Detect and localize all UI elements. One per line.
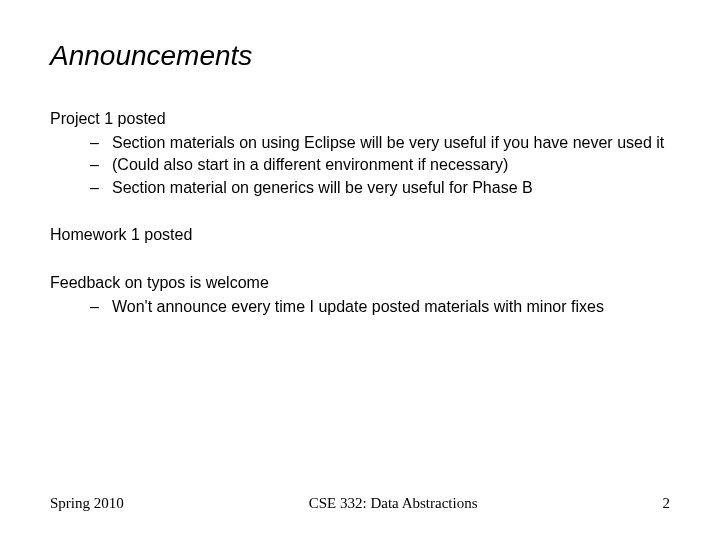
section-project: Project 1 posted – Section materials on …	[50, 108, 670, 198]
section-head: Homework 1 posted	[50, 224, 670, 246]
section-head: Feedback on typos is welcome	[50, 272, 670, 294]
list-item: – Section material on generics will be v…	[90, 177, 670, 199]
footer-course: CSE 332: Data Abstractions	[124, 495, 663, 512]
list-item-text: Won't announce every time I update poste…	[112, 298, 604, 315]
list-item-text: Section materials on using Eclipse will …	[112, 134, 664, 151]
list-item-text: Section material on generics will be ver…	[112, 179, 533, 196]
dash-icon: –	[90, 132, 99, 154]
footer-page-number: 2	[663, 495, 671, 512]
slide-body: Project 1 posted – Section materials on …	[50, 108, 670, 317]
section-feedback: Feedback on typos is welcome – Won't ann…	[50, 272, 670, 317]
section-sublist: – Won't announce every time I update pos…	[50, 296, 670, 318]
footer-term: Spring 2010	[50, 495, 124, 512]
dash-icon: –	[90, 154, 99, 176]
list-item: – Won't announce every time I update pos…	[90, 296, 670, 318]
section-homework: Homework 1 posted	[50, 224, 670, 246]
slide-title: Announcements	[50, 40, 670, 72]
dash-icon: –	[90, 296, 99, 318]
section-sublist: – Section materials on using Eclipse wil…	[50, 132, 670, 199]
section-head: Project 1 posted	[50, 108, 670, 130]
list-item: – (Could also start in a different envir…	[90, 154, 670, 176]
slide-footer: Spring 2010 CSE 332: Data Abstractions 2	[50, 495, 670, 512]
list-item-text: (Could also start in a different environ…	[112, 156, 508, 173]
list-item: – Section materials on using Eclipse wil…	[90, 132, 670, 154]
dash-icon: –	[90, 177, 99, 199]
